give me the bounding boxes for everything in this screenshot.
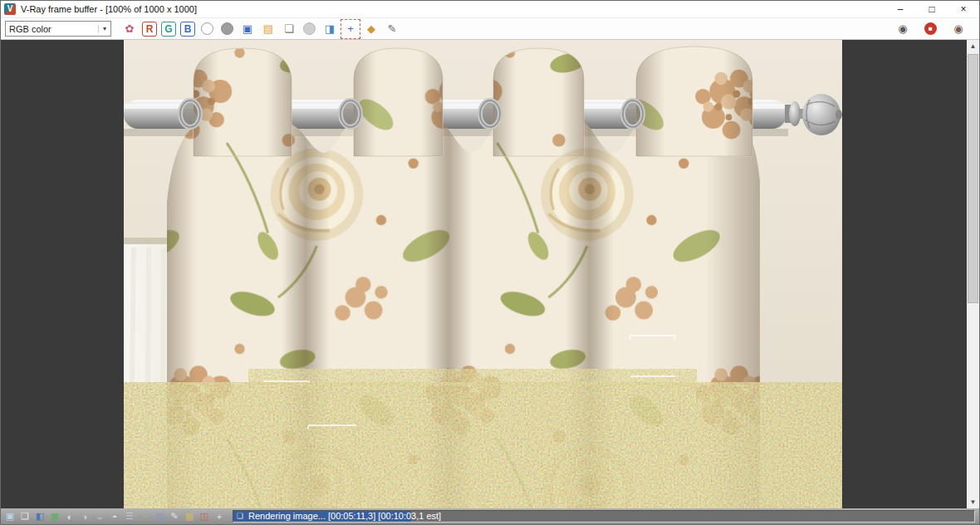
pan-zoom-icon[interactable]: +: [213, 510, 226, 523]
status-field: ❏ Rendering image... [00:05:11,3] [00:10…: [233, 510, 975, 523]
toolbar-right-icons: ◉■◉: [894, 21, 975, 37]
minimize-button[interactable]: –: [884, 1, 916, 18]
hue-saturation-icon[interactable]: ◒: [93, 510, 106, 523]
render-image[interactable]: [124, 40, 842, 508]
exposure-icon[interactable]: ◐: [63, 510, 76, 523]
render-viewport: ▲ ▼: [1, 40, 979, 508]
show-corrections-icon[interactable]: ❏: [18, 510, 32, 523]
start-render-button[interactable]: ◉: [950, 21, 967, 37]
scrollbar-track[interactable]: [967, 52, 979, 496]
vertical-scrollbar[interactable]: ▲ ▼: [967, 40, 979, 508]
background-image-icon[interactable]: ▨: [153, 510, 166, 523]
red-channel-button[interactable]: R: [142, 22, 157, 37]
status-text: Rendering image... [00:05:11,3] [00:10:0…: [248, 511, 441, 522]
color-balance-icon[interactable]: ◓: [108, 510, 121, 523]
close-button[interactable]: ×: [948, 1, 979, 18]
green-channel-button[interactable]: G: [161, 22, 176, 37]
clear-image-button[interactable]: [303, 22, 316, 35]
log-icon: ❏: [237, 511, 243, 522]
titlebar[interactable]: V V-Ray frame buffer - [100% of 1000 x 1…: [1, 1, 979, 18]
chevron-down-icon: ▾: [98, 25, 110, 32]
vfb-window: V V-Ray frame buffer - [100% of 1000 x 1…: [0, 0, 980, 525]
alpha-channel-button[interactable]: [221, 22, 233, 35]
stamp-icon[interactable]: ✎: [168, 510, 181, 523]
track-mouse-button[interactable]: ◉: [894, 21, 911, 37]
save-image-button[interactable]: ▣: [239, 21, 256, 37]
window-title: V-Ray frame buffer - [100% of 1000 x 100…: [21, 4, 197, 14]
statusbar-icons: ▣❏◧▦◐◑◒◓☰~▨✎▩◫+: [3, 510, 226, 523]
stamp-button[interactable]: ✎: [384, 21, 400, 37]
region-render-button[interactable]: +: [342, 21, 359, 37]
toolbar-left-icons: ✿RGB▣▤❏◨+◆✎: [121, 21, 400, 37]
toolbar: RGB color ▾ ✿RGB▣▤❏◨+◆✎ ◉■◉: [1, 18, 979, 40]
load-image-button[interactable]: ▤: [260, 21, 277, 37]
blue-channel-button[interactable]: B: [180, 22, 195, 37]
scroll-up-button[interactable]: ▲: [967, 40, 979, 52]
duplicate-to-host-button[interactable]: ◨: [321, 21, 338, 37]
stop-render-button[interactable]: ■: [924, 22, 937, 35]
compare-icon[interactable]: ◫: [198, 510, 211, 523]
histogram-icon[interactable]: ▦: [48, 510, 61, 523]
restore-button[interactable]: □: [916, 1, 948, 18]
render-image-wrap: [124, 40, 842, 508]
curves-icon[interactable]: ~: [138, 510, 151, 523]
copy-to-clipboard-button[interactable]: ❏: [281, 21, 297, 37]
white-balance-icon[interactable]: ◑: [78, 510, 91, 523]
scrollbar-thumb[interactable]: [968, 54, 978, 303]
noise-region: [124, 369, 842, 508]
vray-logo-icon: V: [4, 3, 16, 15]
statusbar: ▣❏◧▦◐◑◒◓☰~▨✎▩◫+ ❏ Rendering image... [00…: [1, 508, 979, 524]
levels-icon[interactable]: ☰: [123, 510, 136, 523]
rgb-channels-button[interactable]: [201, 22, 213, 35]
window-controls: – □ ×: [884, 1, 979, 18]
channel-dropdown[interactable]: RGB color ▾: [5, 21, 111, 37]
monitor-icon[interactable]: ◧: [33, 510, 47, 523]
bucket-grid-icon[interactable]: ▩: [183, 510, 196, 523]
link-buffer-button[interactable]: ◆: [363, 21, 380, 37]
scroll-down-button[interactable]: ▼: [967, 496, 979, 508]
channel-dropdown-value: RGB color: [6, 24, 98, 34]
color-corrections-icon[interactable]: ✿: [121, 21, 138, 37]
pixel-info-icon[interactable]: ▣: [3, 510, 17, 523]
